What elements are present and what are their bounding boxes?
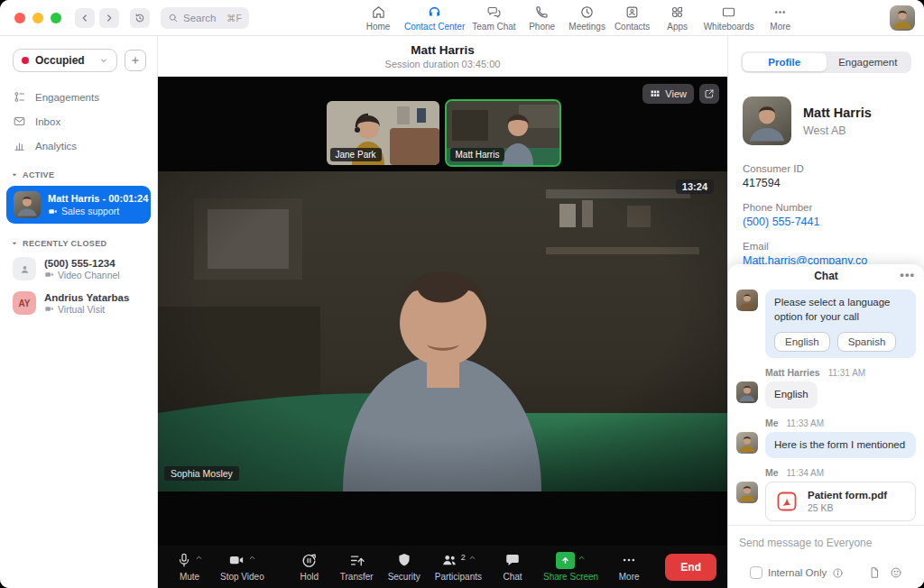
consumer-name: Matt Harris bbox=[803, 106, 872, 120]
closed-section-header[interactable]: RECENTLY CLOSED bbox=[0, 226, 157, 252]
closed-engagement-channel: Virtual Visit bbox=[58, 304, 105, 315]
internal-only-label: Internal Only bbox=[768, 567, 827, 578]
avatar-image bbox=[890, 5, 915, 31]
video-thumbnail-matt[interactable]: Matt Harris bbox=[447, 101, 559, 165]
option-spanish-button[interactable]: Spanish bbox=[837, 332, 897, 352]
status-label: Occupied bbox=[35, 54, 85, 67]
chevron-up-icon[interactable] bbox=[468, 554, 476, 562]
active-engagement-item[interactable]: Matt Harris - 00:01:24 Sales support bbox=[6, 186, 151, 224]
participant-name-label: Matt Harris bbox=[450, 148, 505, 161]
tab-profile[interactable]: Profile bbox=[743, 53, 827, 71]
nav-phone[interactable]: Phone bbox=[520, 5, 565, 32]
history-icon bbox=[134, 12, 146, 24]
active-section-header[interactable]: ACTIVE bbox=[0, 158, 157, 183]
nav-more[interactable]: More bbox=[758, 5, 803, 32]
search-input[interactable]: Search ⌘F bbox=[161, 7, 249, 29]
participant-name-label: Jane Park bbox=[330, 148, 382, 161]
message-time: 11:33 AM bbox=[787, 418, 825, 428]
option-english-button[interactable]: English bbox=[774, 332, 830, 352]
stop-video-button[interactable]: Stop Video bbox=[216, 549, 269, 584]
nav-team-chat[interactable]: Team Chat bbox=[468, 5, 519, 32]
participants-button[interactable]: 2 Participants bbox=[430, 549, 486, 584]
closed-engagement-item[interactable]: (500) 555-1234 Video Channel bbox=[0, 252, 157, 286]
user-avatar[interactable] bbox=[890, 5, 915, 31]
nav-meetings[interactable]: Meetings bbox=[565, 5, 610, 32]
sidebar-item-engagements[interactable]: Engagements bbox=[0, 85, 157, 109]
security-button[interactable]: Security bbox=[383, 549, 425, 584]
message-text: English bbox=[765, 381, 818, 409]
chat-messages[interactable]: Please select a language option for your… bbox=[728, 288, 924, 525]
sidebar-item-inbox[interactable]: Inbox bbox=[0, 109, 157, 133]
grid-view-icon bbox=[650, 88, 661, 99]
video-thumbnail-jane[interactable]: Jane Park bbox=[327, 101, 439, 165]
home-icon bbox=[371, 5, 386, 20]
nav-contact-center[interactable]: Contact Center bbox=[401, 5, 468, 32]
more-dots-icon bbox=[621, 552, 637, 568]
left-sidebar: Occupied Engagements Inbox Analytics bbox=[0, 36, 158, 588]
active-engagement-channel: Sales support bbox=[61, 206, 119, 216]
back-button[interactable] bbox=[75, 8, 95, 28]
message-time: 11:31 AM bbox=[828, 368, 866, 378]
nav-contacts[interactable]: Contacts bbox=[610, 5, 655, 32]
message-time: 11:34 AM bbox=[787, 468, 825, 478]
apps-icon bbox=[670, 5, 685, 20]
caret-down-icon bbox=[11, 171, 18, 179]
popout-button[interactable] bbox=[699, 84, 719, 104]
chevron-up-icon[interactable] bbox=[248, 554, 256, 562]
call-timer: 13:24 bbox=[676, 179, 714, 194]
consumer-region: West AB bbox=[803, 124, 872, 137]
status-dropdown[interactable]: Occupied bbox=[13, 49, 117, 72]
search-placeholder: Search bbox=[183, 13, 216, 23]
closed-engagement-item[interactable]: AY Andrius Yatarbas Virtual Visit bbox=[0, 286, 157, 320]
mute-button[interactable]: Mute bbox=[169, 549, 210, 584]
info-icon[interactable] bbox=[832, 567, 844, 579]
message-input[interactable] bbox=[739, 537, 913, 549]
internal-only-checkbox[interactable] bbox=[750, 566, 762, 579]
history-button[interactable] bbox=[130, 8, 150, 28]
camera-icon bbox=[227, 552, 245, 568]
team-chat-icon bbox=[486, 5, 502, 20]
nav-apps[interactable]: Apps bbox=[655, 5, 700, 32]
chevron-up-icon[interactable] bbox=[195, 554, 203, 562]
pdf-icon bbox=[775, 490, 799, 513]
hold-button[interactable]: Hold bbox=[289, 549, 330, 584]
chevron-up-icon[interactable] bbox=[578, 554, 586, 562]
maximize-window-button[interactable] bbox=[51, 13, 61, 23]
video-area: View bbox=[158, 77, 727, 546]
close-window-button[interactable] bbox=[14, 13, 25, 23]
popout-icon bbox=[704, 88, 715, 99]
avatar bbox=[736, 381, 758, 403]
right-panel: Profile Engagement Matt Harris West AB C… bbox=[727, 36, 924, 588]
microphone-icon bbox=[176, 552, 192, 568]
minimize-window-button[interactable] bbox=[32, 13, 43, 23]
forward-button[interactable] bbox=[99, 8, 119, 28]
phone-number-link[interactable]: (500) 555-7441 bbox=[743, 216, 910, 228]
file-attachment[interactable]: Patient form.pdf 25 KB bbox=[765, 482, 916, 521]
field-label: Phone Number bbox=[743, 202, 910, 213]
speaker-name-label: Sophia Mosley bbox=[164, 466, 239, 481]
attach-file-icon[interactable] bbox=[868, 566, 881, 579]
more-button[interactable]: More bbox=[608, 549, 650, 584]
share-screen-button[interactable]: Share Screen bbox=[539, 549, 603, 584]
phone-icon bbox=[534, 5, 550, 20]
emoji-icon[interactable] bbox=[890, 566, 902, 579]
nav-home[interactable]: Home bbox=[356, 5, 401, 32]
nav-whiteboards[interactable]: Whiteboards bbox=[700, 5, 758, 32]
caret-down-icon bbox=[11, 240, 18, 247]
chat-menu-icon[interactable]: ••• bbox=[900, 268, 915, 281]
titlebar: Search ⌘F Home Contact Center Team Chat … bbox=[0, 0, 924, 36]
transfer-icon bbox=[348, 552, 365, 569]
end-call-button[interactable]: End bbox=[665, 554, 716, 581]
new-engagement-button[interactable] bbox=[125, 50, 146, 71]
sidebar-item-analytics[interactable]: Analytics bbox=[0, 133, 157, 158]
engagement-stage: Matt Harris Session duration 03:45:00 Vi… bbox=[158, 36, 727, 588]
search-shortcut: ⌘F bbox=[226, 13, 242, 23]
view-button[interactable]: View bbox=[642, 84, 694, 104]
tab-engagement[interactable]: Engagement bbox=[827, 53, 910, 71]
video-icon bbox=[44, 304, 54, 314]
share-screen-icon bbox=[556, 552, 575, 569]
video-icon bbox=[48, 207, 58, 216]
transfer-button[interactable]: Transfer bbox=[336, 549, 378, 584]
chat-button[interactable]: Chat bbox=[492, 549, 533, 584]
active-engagement-title: Matt Harris - 00:01:24 bbox=[48, 193, 148, 204]
